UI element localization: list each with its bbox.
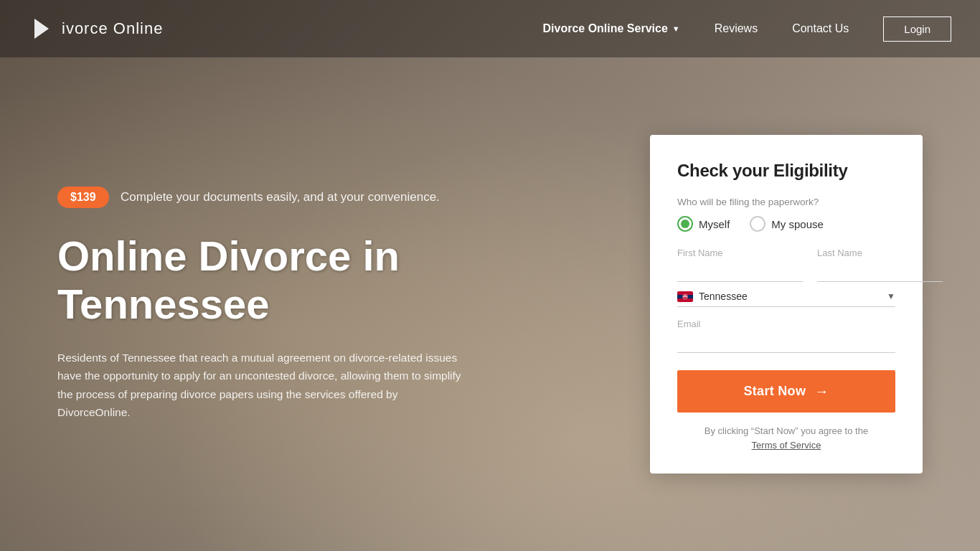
last-name-input[interactable] (817, 261, 943, 282)
state-flag-icon (677, 291, 693, 302)
radio-spouse-circle[interactable] (750, 216, 765, 232)
terms-disclaimer: By clicking “Start Now” you agree to the… (677, 424, 895, 452)
first-name-input[interactable] (677, 261, 803, 282)
state-select-value: Tennessee (699, 291, 887, 302)
terms-of-service-link[interactable]: Terms of Service (752, 440, 821, 451)
login-button[interactable]: Login (883, 17, 951, 42)
arrow-right-icon: → (814, 383, 829, 400)
nav-contact[interactable]: Contact Us (792, 22, 849, 35)
main-nav: Divorce Online Service ▼ Reviews Contact… (542, 17, 951, 42)
first-name-label: First Name (677, 248, 803, 258)
email-input[interactable] (677, 332, 895, 353)
name-row: First Name Last Name (677, 248, 895, 282)
email-label: Email (677, 319, 895, 329)
logo-icon (29, 16, 55, 42)
filing-question: Who will be filing the paperwork? (677, 197, 895, 207)
radio-myself-label: Myself (699, 218, 730, 230)
radio-spouse-label: My spouse (771, 218, 824, 230)
svg-marker-0 (34, 19, 49, 39)
hero-panel: $139 Complete your documents easily, and… (57, 187, 607, 422)
logo-text: ivorce Online (62, 19, 163, 38)
email-field: Email (677, 319, 895, 353)
logo[interactable]: ivorce Online (29, 16, 163, 42)
start-now-label: Start Now (743, 384, 806, 399)
chevron-down-icon: ▼ (887, 291, 895, 301)
hero-title: Online Divorce in Tennessee (57, 232, 607, 328)
last-name-label: Last Name (817, 248, 943, 258)
nav-service[interactable]: Divorce Online Service ▼ (542, 22, 679, 35)
filing-radio-group: Myself My spouse (677, 216, 895, 232)
svg-point-7 (686, 296, 687, 297)
hero-description: Residents of Tennessee that reach a mutu… (57, 349, 473, 422)
first-name-field: First Name (677, 248, 803, 282)
start-now-button[interactable]: Start Now → (677, 370, 895, 413)
nav-reviews[interactable]: Reviews (715, 22, 758, 35)
form-title: Check your Eligibility (677, 161, 895, 181)
hero-tagline: Complete your documents easily, and at y… (121, 190, 440, 204)
radio-spouse-option[interactable]: My spouse (750, 216, 824, 232)
radio-myself-circle[interactable] (677, 216, 693, 232)
last-name-field: Last Name (817, 248, 943, 282)
eligibility-form-card: Check your Eligibility Who will be filin… (650, 135, 923, 474)
state-select[interactable]: Tennessee ▼ (677, 286, 895, 307)
tagline-row: $139 Complete your documents easily, and… (57, 187, 607, 218)
main-content: $139 Complete your documents easily, and… (0, 57, 980, 551)
radio-myself-option[interactable]: Myself (677, 216, 730, 232)
site-header: ivorce Online Divorce Online Service ▼ R… (0, 0, 980, 57)
chevron-down-icon: ▼ (672, 24, 680, 33)
price-badge: $139 (57, 187, 109, 208)
